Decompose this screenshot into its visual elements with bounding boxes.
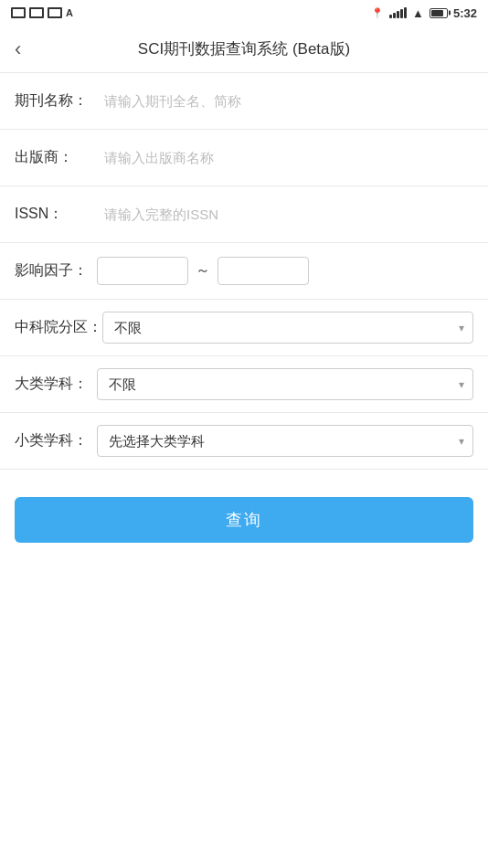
impact-from-input[interactable] xyxy=(97,257,188,285)
battery-fill xyxy=(431,10,443,16)
publisher-label: 出版商： xyxy=(15,148,97,167)
status-time: 5:32 xyxy=(453,6,477,20)
signal-icon xyxy=(389,7,407,18)
impact-factor-inputs: ～ xyxy=(97,257,473,285)
subject-minor-label: 小类学科： xyxy=(15,431,97,450)
subject-minor-select-wrapper: 先选择大类学科 xyxy=(97,425,473,457)
location-icon: 📍 xyxy=(371,7,384,19)
carrier-label: A xyxy=(66,7,73,18)
query-button[interactable]: 查询 xyxy=(15,497,473,543)
subject-minor-select[interactable]: 先选择大类学科 xyxy=(97,425,473,457)
wifi-icon: ▲ xyxy=(412,6,424,20)
subject-major-label: 大类学科： xyxy=(15,375,97,394)
publisher-row: 出版商： xyxy=(0,130,488,186)
subject-minor-row: 小类学科： 先选择大类学科 xyxy=(0,413,488,470)
issn-row: ISSN： xyxy=(0,186,488,243)
subject-major-select[interactable]: 不限 xyxy=(97,368,473,400)
journal-row: 期刊名称： xyxy=(0,73,488,130)
status-square-2 xyxy=(29,7,44,18)
issn-input[interactable] xyxy=(97,206,473,222)
impact-label: 影响因子： xyxy=(15,261,97,281)
status-bar-right: 📍 ▲ 5:32 xyxy=(371,6,477,20)
query-button-wrapper: 查询 xyxy=(0,470,488,543)
subject-major-row: 大类学科： 不限 xyxy=(0,356,488,413)
tilde-separator: ～ xyxy=(196,261,210,281)
back-button[interactable]: ‹ xyxy=(15,36,28,63)
status-square-1 xyxy=(11,7,26,18)
form-container: 期刊名称： 出版商： ISSN： 影响因子： ～ 中科院分区： 不限 Q1 Q2… xyxy=(0,73,488,470)
journal-label: 期刊名称： xyxy=(15,91,97,111)
impact-factor-row: 影响因子： ～ xyxy=(0,243,488,300)
status-bar-left: A xyxy=(11,7,73,18)
publisher-input[interactable] xyxy=(97,150,473,165)
journal-input[interactable] xyxy=(97,93,473,109)
battery-icon xyxy=(430,8,448,18)
cas-select-wrapper: 不限 Q1 Q2 Q3 Q4 xyxy=(102,312,473,344)
nav-bar: ‹ SCI期刊数据查询系统 (Beta版) xyxy=(0,26,488,73)
status-square-3 xyxy=(48,7,62,18)
subject-major-select-wrapper: 不限 xyxy=(97,368,473,400)
cas-row: 中科院分区： 不限 Q1 Q2 Q3 Q4 xyxy=(0,300,488,356)
impact-to-input[interactable] xyxy=(217,257,309,285)
cas-label: 中科院分区： xyxy=(15,318,102,337)
issn-label: ISSN： xyxy=(15,205,97,224)
cas-select[interactable]: 不限 Q1 Q2 Q3 Q4 xyxy=(102,312,473,344)
page-title: SCI期刊数据查询系统 (Beta版) xyxy=(138,38,350,59)
status-bar: A 📍 ▲ 5:32 xyxy=(0,0,488,26)
